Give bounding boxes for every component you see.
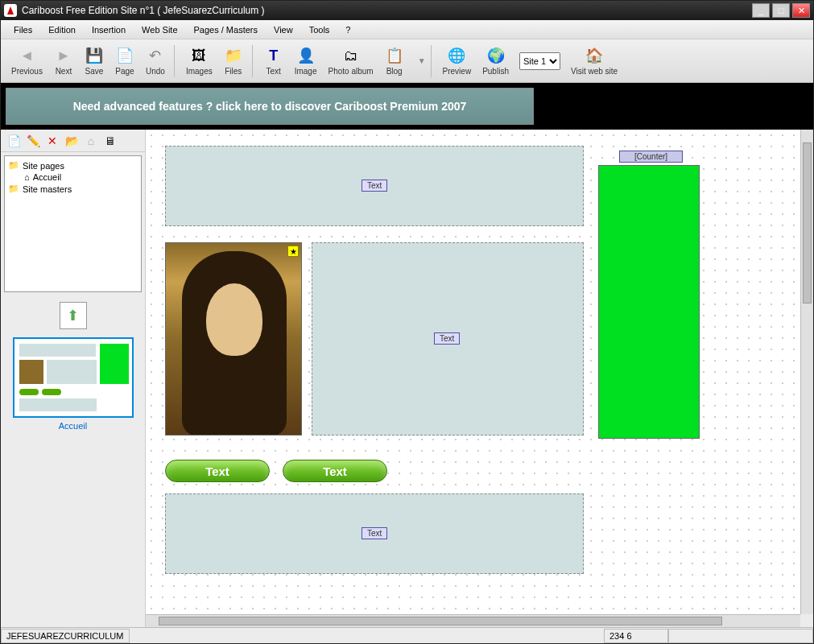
text-button-1[interactable]: Text: [165, 460, 270, 482]
tree-site-pages[interactable]: 📁Site pages: [8, 159, 138, 171]
premium-banner[interactable]: Need advanced features ? click here to d…: [6, 88, 534, 125]
menu-files[interactable]: Files: [6, 23, 40, 37]
main-toolbar: ◄Previous ►Next 💾Save 📄Page ↶Undo 🖼Image…: [1, 39, 813, 83]
preview-button[interactable]: 🌐Preview: [437, 42, 477, 80]
tree-site-masters[interactable]: 📁Site masters: [8, 183, 138, 195]
next-icon: ►: [54, 46, 73, 65]
publish-button[interactable]: 🌍Publish: [477, 42, 514, 80]
page-button[interactable]: 📄Page: [109, 42, 140, 80]
site-select[interactable]: Site 1: [519, 52, 560, 70]
menu-website[interactable]: Web Site: [134, 23, 185, 37]
previous-icon: ◄: [17, 46, 36, 65]
titlebar[interactable]: Cariboost Free Edition Site n°1 ( JefeSu…: [1, 1, 813, 20]
image-block[interactable]: ★: [165, 242, 302, 436]
blog-icon: 📋: [385, 46, 404, 65]
images-icon: 🖼: [189, 46, 209, 65]
home-icon: ⌂: [24, 172, 30, 182]
status-coords: 234 6: [604, 629, 668, 643]
page-tree: 📁Site pages ⌂Accueil 📁Site masters: [4, 155, 142, 292]
photoalbum-button[interactable]: 🗂Photo album: [323, 42, 379, 80]
maximize-button[interactable]: □: [772, 3, 790, 18]
separator: [431, 45, 434, 77]
menu-pages[interactable]: Pages / Masters: [186, 23, 266, 37]
undo-icon: ↶: [146, 46, 165, 65]
save-icon: 💾: [85, 46, 104, 65]
menu-edition[interactable]: Edition: [40, 23, 84, 37]
files-button[interactable]: 📁Files: [218, 42, 249, 80]
edit-button[interactable]: ✏️: [25, 133, 41, 149]
screen-button[interactable]: 🖥: [102, 133, 118, 149]
canvas-scroll[interactable]: Text [Counter] ★ Text Text Text Text: [146, 130, 800, 614]
text-chip-2[interactable]: Text: [434, 332, 460, 345]
open-folder-button[interactable]: 📂: [64, 133, 80, 149]
page-canvas[interactable]: Text [Counter] ★ Text Text Text Text: [146, 130, 800, 614]
text-icon: T: [264, 46, 283, 65]
tree-accueil[interactable]: ⌂Accueil: [8, 171, 138, 183]
next-button[interactable]: ►Next: [48, 42, 79, 80]
images-button[interactable]: 🖼Images: [180, 42, 218, 80]
menu-insertion[interactable]: Insertion: [84, 23, 134, 37]
image-icon: 👤: [296, 46, 316, 65]
save-button[interactable]: 💾Save: [79, 42, 109, 80]
files-icon: 📁: [224, 46, 243, 65]
blog-button[interactable]: 📋Blog: [379, 42, 410, 80]
counter-chip[interactable]: [Counter]: [619, 151, 683, 163]
minimize-button[interactable]: _: [752, 3, 770, 18]
status-left: JEFESUAREZCURRICULUM: [1, 629, 130, 643]
content-area: 📄 ✏️ ✕ 📂 ⌂ 🖥 📁Site pages ⌂Accueil 📁Site …: [1, 130, 813, 627]
up-button[interactable]: ⬆: [60, 302, 87, 329]
menu-view[interactable]: View: [266, 23, 301, 37]
star-icon: ★: [287, 246, 299, 257]
thumbnail-label: Accueil: [59, 421, 87, 431]
dropdown-icon[interactable]: ▼: [418, 56, 426, 65]
page-thumbnail[interactable]: [13, 337, 134, 418]
app-icon: [4, 4, 17, 17]
text-chip-3[interactable]: Text: [362, 527, 387, 539]
undo-button[interactable]: ↶Undo: [140, 42, 171, 80]
new-page-button[interactable]: 📄: [6, 133, 22, 149]
status-right: [668, 629, 813, 643]
folder-icon: 📁: [8, 184, 19, 194]
menu-help[interactable]: ?: [337, 23, 358, 37]
photoalbum-icon: 🗂: [341, 46, 361, 65]
page-icon: 📄: [115, 46, 134, 65]
home-page-button[interactable]: ⌂: [83, 133, 99, 149]
horizontal-scrollbar[interactable]: [146, 614, 800, 627]
delete-button[interactable]: ✕: [44, 133, 60, 149]
folder-icon: 📁: [8, 160, 19, 171]
statusbar: JEFESUAREZCURRICULUM 234 6: [1, 627, 813, 643]
preview-icon: 🌐: [447, 46, 466, 65]
vertical-scrollbar[interactable]: [800, 130, 813, 614]
app-window: Cariboost Free Edition Site n°1 ( JefeSu…: [0, 0, 814, 644]
thumbnail-area: ⬆ Accueil: [1, 295, 145, 627]
separator: [252, 45, 255, 77]
home-icon: 🏠: [585, 46, 604, 65]
close-button[interactable]: ✕: [792, 3, 810, 18]
text-button-2[interactable]: Text: [283, 460, 387, 482]
window-title: Cariboost Free Edition Site n°1 ( JefeSu…: [22, 5, 752, 16]
left-toolbar: 📄 ✏️ ✕ 📂 ⌂ 🖥: [1, 130, 145, 152]
text-chip-1[interactable]: Text: [362, 180, 387, 192]
canvas-container: Text [Counter] ★ Text Text Text Text: [146, 130, 813, 627]
left-panel: 📄 ✏️ ✕ 📂 ⌂ 🖥 📁Site pages ⌂Accueil 📁Site …: [1, 130, 146, 627]
previous-button[interactable]: ◄Previous: [6, 42, 48, 80]
menu-tools[interactable]: Tools: [301, 23, 338, 37]
text-button[interactable]: TText: [258, 42, 289, 80]
image-button[interactable]: 👤Image: [289, 42, 323, 80]
scrollbar-thumb[interactable]: [803, 142, 812, 303]
publish-icon: 🌍: [486, 46, 506, 65]
visitwebsite-button[interactable]: 🏠Visit web site: [565, 42, 623, 80]
green-box[interactable]: [598, 165, 700, 439]
scrollbar-thumb[interactable]: [159, 617, 722, 625]
separator: [174, 45, 177, 77]
menubar: Files Edition Insertion Web Site Pages /…: [1, 20, 813, 39]
